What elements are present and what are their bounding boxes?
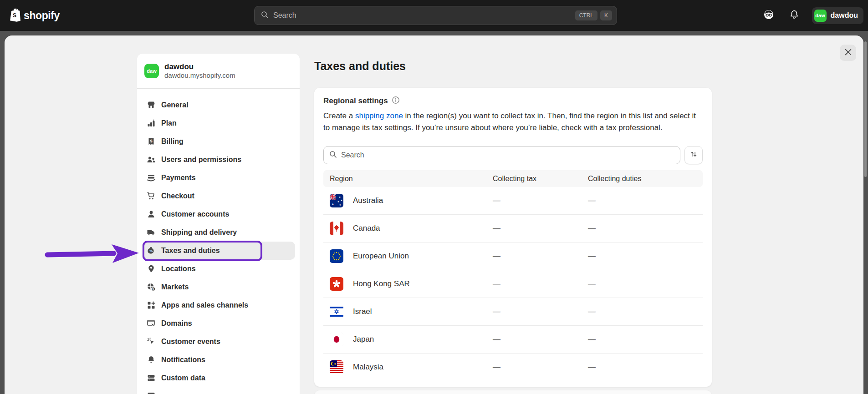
flag-australia: ★★★★★	[330, 194, 343, 207]
close-settings-button[interactable]	[840, 45, 856, 61]
table-row-japan[interactable]: Japan — —	[323, 326, 703, 354]
region-search-input[interactable]: Search	[323, 146, 680, 164]
settings-menu: General Plan $ Billing Users and permiss…	[137, 89, 300, 394]
global-search-placeholder: Search	[273, 11, 572, 20]
sidebar-item-shipping-and-delivery[interactable]: Shipping and delivery	[142, 223, 295, 242]
sidebar-item-payments[interactable]: Payments	[142, 169, 295, 187]
shopify-logo[interactable]: S shopify	[8, 8, 60, 24]
sidebar-item-customer-accounts[interactable]: Customer accounts	[142, 205, 295, 223]
flag-malaysia: ★	[330, 360, 343, 374]
table-row-israel[interactable]: Israel — —	[323, 298, 703, 326]
next-card-partial	[314, 390, 712, 394]
sidebar-item-taxes-and-duties[interactable]: % Taxes and duties	[142, 242, 295, 260]
sidebar-item-label: Customer events	[161, 338, 220, 346]
collecting-tax-value: —	[493, 224, 588, 233]
sidebar-item-label: Checkout	[161, 192, 194, 200]
plan-chart-icon	[147, 119, 156, 128]
info-icon[interactable]	[392, 96, 400, 106]
close-icon	[845, 49, 852, 57]
column-collecting-duties: Collecting duties	[588, 175, 696, 183]
collecting-duties-value: —	[588, 196, 696, 205]
flag-european-union	[330, 249, 343, 263]
page-title: Taxes and duties	[314, 60, 406, 73]
collecting-duties-value: —	[588, 279, 696, 288]
region-name: Hong Kong SAR	[353, 279, 410, 288]
shipping-zone-link[interactable]: shipping zone	[355, 111, 403, 120]
payments-hand-card-icon	[147, 173, 156, 182]
users-icon	[147, 155, 156, 164]
region-name: Malaysia	[353, 363, 383, 372]
table-row-australia[interactable]: ★★★★★ Australia — —	[323, 187, 703, 215]
sidebar-item-label: Notifications	[161, 356, 205, 364]
sidebar-item-domains[interactable]: Domains	[142, 314, 295, 333]
table-row-hong-kong-sar[interactable]: Hong Kong SAR — —	[323, 270, 703, 298]
collecting-duties-value: —	[588, 363, 696, 372]
sidekick-assistant-button[interactable]	[761, 8, 776, 23]
table-row-canada[interactable]: Canada — —	[323, 215, 703, 242]
sidebar-item-notifications[interactable]: Notifications	[142, 351, 295, 369]
notifications-button[interactable]	[786, 8, 802, 23]
region-name: Israel	[353, 307, 372, 316]
svg-text:S: S	[13, 12, 16, 19]
user-menu-button[interactable]: daw dawdou	[812, 7, 863, 24]
sidebar-item-locations[interactable]: Locations	[142, 260, 295, 278]
sidebar-item-markets[interactable]: $ Markets	[142, 278, 295, 296]
partial-icon	[147, 392, 156, 394]
sidebar-item-partial[interactable]	[142, 387, 295, 394]
sort-button[interactable]	[684, 146, 703, 164]
sidebar-item-label: General	[161, 101, 189, 109]
svg-text:%: %	[149, 249, 153, 253]
collecting-tax-value: —	[493, 335, 588, 344]
regional-settings-title: Regional settings	[323, 96, 388, 106]
table-row-european-union[interactable]: European Union — —	[323, 242, 703, 270]
sidebar-item-users-and-permissions[interactable]: Users and permissions	[142, 151, 295, 169]
topbar-right-cluster: daw dawdou	[761, 0, 863, 31]
sidebar-item-label: Locations	[161, 265, 196, 273]
vertical-scrollbar-thumb[interactable]	[864, 41, 867, 177]
svg-text:★: ★	[341, 199, 343, 202]
region-name: Canada	[353, 224, 380, 233]
sidebar-item-label: Billing	[161, 137, 184, 146]
regions-table: Region Collecting tax Collecting duties …	[323, 170, 703, 381]
collecting-tax-value: —	[493, 363, 588, 372]
svg-text:★: ★	[334, 362, 337, 365]
regional-settings-card: Regional settings Create a shipping zone…	[314, 88, 712, 387]
user-name-label: dawdou	[831, 11, 858, 20]
svg-text:★: ★	[332, 202, 334, 206]
sidebar-item-custom-data[interactable]: Custom data	[142, 369, 295, 387]
sidebar-item-customer-events[interactable]: Customer events	[142, 333, 295, 351]
sidekick-assistant-icon	[763, 9, 775, 22]
store-name: dawdou	[164, 62, 235, 71]
sidebar-item-checkout[interactable]: Checkout	[142, 187, 295, 205]
global-search-input[interactable]: Search CTRL K	[254, 6, 617, 25]
store-domain: dawdou.myshopify.com	[164, 71, 235, 80]
sidebar-item-label: Customer accounts	[161, 210, 229, 218]
regional-settings-description: Create a shipping zone in the region(s) …	[323, 110, 703, 134]
domains-window-cursor-icon	[147, 319, 156, 328]
table-row-malaysia[interactable]: ★ Malaysia — —	[323, 354, 703, 381]
apps-grid-plus-icon	[147, 301, 156, 310]
sidebar-item-label: Taxes and duties	[161, 247, 220, 255]
shortcut-ctrl-key: CTRL	[575, 10, 597, 20]
svg-text:★: ★	[339, 203, 342, 206]
store-header[interactable]: daw dawdou dawdou.myshopify.com	[137, 54, 300, 89]
notifications-bell-icon	[789, 10, 799, 21]
description-text: Create a	[323, 111, 355, 120]
flag-japan	[330, 333, 343, 346]
search-icon	[329, 151, 337, 160]
shortcut-k-key: K	[600, 10, 612, 20]
shopify-wordmark: shopify	[24, 10, 60, 22]
sidebar-item-plan[interactable]: Plan	[142, 114, 295, 132]
store-avatar: daw	[144, 64, 159, 78]
column-collecting-tax: Collecting tax	[493, 175, 588, 183]
svg-text:$: $	[153, 288, 154, 291]
svg-text:★: ★	[339, 196, 341, 198]
sidebar-item-apps-and-sales-channels[interactable]: Apps and sales channels	[142, 296, 295, 314]
store-icon	[147, 101, 156, 110]
taxes-moneybag-icon: %	[147, 246, 156, 255]
collecting-duties-value: —	[588, 307, 696, 316]
sidebar-item-general[interactable]: General	[142, 96, 295, 114]
collecting-duties-value: —	[588, 335, 696, 344]
sidebar-item-billing[interactable]: $ Billing	[142, 132, 295, 151]
column-region: Region	[330, 175, 493, 183]
